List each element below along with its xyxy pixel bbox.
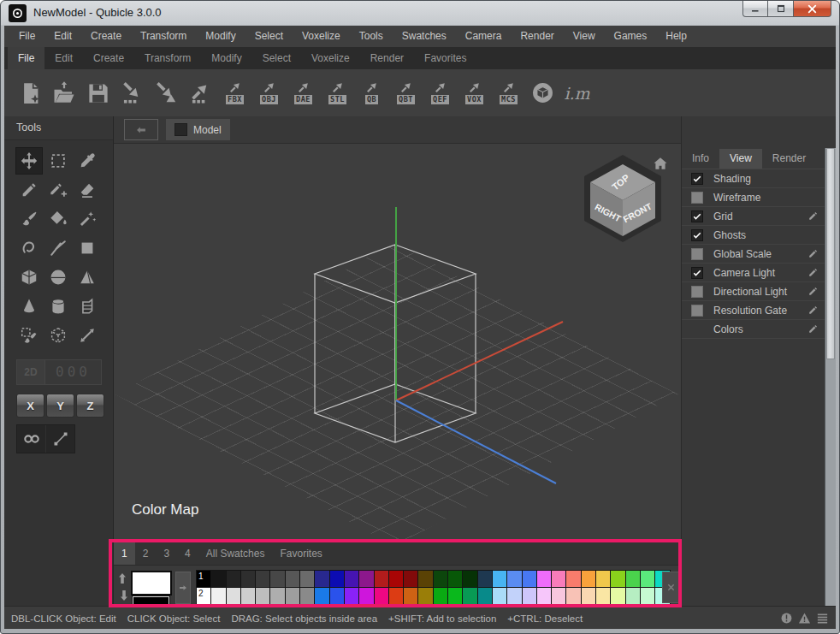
checkbox-camera-light[interactable] bbox=[691, 267, 703, 279]
swatch-r1-c21[interactable] bbox=[493, 571, 506, 587]
axis-x-button[interactable]: X bbox=[16, 394, 44, 418]
viewport-3d[interactable]: TOP RIGHT FRONT Color Map bbox=[114, 144, 681, 541]
swatch-r2-c12[interactable] bbox=[359, 588, 373, 604]
swatch-r1-c26[interactable] bbox=[566, 571, 580, 587]
swatch-r2-c3[interactable] bbox=[227, 588, 240, 604]
tab-render[interactable]: Render bbox=[762, 149, 816, 169]
edit-pencil-icon[interactable] bbox=[807, 305, 819, 316]
swatch-r1-c18[interactable] bbox=[448, 571, 462, 587]
swatch-r2-c8[interactable] bbox=[300, 588, 314, 604]
toolbar-export-qbt-button[interactable]: QBT bbox=[394, 81, 417, 104]
menu-render[interactable]: Render bbox=[511, 26, 563, 47]
tab-model[interactable]: Model bbox=[166, 119, 230, 140]
tool-sphere[interactable] bbox=[44, 264, 72, 291]
ribbon-tab-voxelize[interactable]: Voxelize bbox=[301, 47, 360, 69]
swatch-tab-4[interactable]: 4 bbox=[177, 542, 198, 565]
toolbar-export-stl-button[interactable]: STL bbox=[326, 81, 349, 104]
toolbar-export-button[interactable] bbox=[189, 81, 212, 104]
swatch-r2-c23[interactable] bbox=[523, 588, 536, 604]
maximize-button[interactable] bbox=[768, 1, 793, 17]
swatch-r1-c17[interactable] bbox=[434, 571, 447, 587]
toolbar-export-qef-button[interactable]: QEF bbox=[429, 81, 452, 104]
checkbox-wireframe[interactable] bbox=[691, 192, 703, 204]
swatch-r2-c25[interactable] bbox=[552, 588, 565, 604]
foreground-color[interactable] bbox=[131, 571, 172, 595]
swatch-r1-c2[interactable] bbox=[211, 571, 225, 587]
swatch-r2-c4[interactable] bbox=[241, 588, 255, 604]
swatch-r2-c7[interactable] bbox=[286, 588, 299, 604]
swatch-r2-c19[interactable] bbox=[463, 588, 476, 604]
mode-2d-control[interactable]: 2D 000 bbox=[16, 359, 102, 385]
swatch-r1-c20[interactable] bbox=[478, 571, 492, 587]
scrollbar-thumb[interactable] bbox=[826, 148, 835, 359]
close-button[interactable] bbox=[793, 1, 831, 17]
swatch-r2-c26[interactable] bbox=[566, 588, 580, 604]
tool-box[interactable] bbox=[15, 264, 43, 291]
tool-rectangle[interactable] bbox=[74, 234, 101, 262]
apply-color-button[interactable] bbox=[175, 572, 191, 604]
swatch-r2-c29[interactable] bbox=[611, 588, 624, 604]
tool-slice[interactable] bbox=[74, 293, 101, 320]
swatch-r2-c17[interactable] bbox=[434, 588, 447, 604]
swatch-tab-favorites[interactable]: Favorites bbox=[272, 542, 329, 565]
mode-2d-button[interactable]: 2D bbox=[17, 360, 45, 384]
tool-scale[interactable] bbox=[74, 322, 101, 349]
status-info-icon[interactable] bbox=[780, 612, 793, 625]
swatch-r1-c4[interactable] bbox=[241, 571, 255, 587]
toolbar-im-logo-button[interactable]: i.m bbox=[565, 80, 589, 106]
swatch-r2-c24[interactable] bbox=[537, 588, 551, 604]
swatch-r2-c5[interactable] bbox=[256, 588, 269, 604]
swatch-r2-c9[interactable] bbox=[315, 588, 328, 604]
swatch-r1-c1[interactable]: 1 bbox=[197, 571, 210, 587]
swatch-tab-2[interactable]: 2 bbox=[135, 542, 157, 565]
swatch-r2-c14[interactable] bbox=[389, 588, 403, 604]
toolbar-export-fbx-button[interactable]: FBX bbox=[223, 81, 246, 104]
toolbar-save-file-button[interactable] bbox=[86, 80, 109, 106]
toolbar-sketchfab-button[interactable] bbox=[531, 81, 554, 104]
menu-file[interactable]: File bbox=[9, 26, 44, 47]
ribbon-tab-select[interactable]: Select bbox=[252, 47, 301, 69]
toolbar-export-obj-button[interactable]: OBJ bbox=[257, 81, 281, 104]
menu-games[interactable]: Games bbox=[605, 26, 657, 47]
swatch-r2-c20[interactable] bbox=[478, 588, 492, 604]
color-well[interactable] bbox=[131, 571, 170, 605]
swatch-r1-c11[interactable] bbox=[345, 571, 358, 587]
swatch-r1-c22[interactable] bbox=[507, 571, 521, 587]
toolbar-import-mesh-button[interactable] bbox=[155, 81, 178, 104]
swatch-r1-c29[interactable] bbox=[611, 571, 624, 587]
axis-y-button[interactable]: Y bbox=[46, 394, 74, 418]
menu-tools[interactable]: Tools bbox=[350, 26, 393, 47]
tool-select-box[interactable] bbox=[44, 322, 72, 349]
ribbon-tab-modify[interactable]: Modify bbox=[201, 47, 251, 69]
back-button[interactable] bbox=[124, 119, 158, 140]
swatch-r2-c10[interactable] bbox=[330, 588, 344, 604]
ribbon-tab-edit[interactable]: Edit bbox=[44, 47, 83, 69]
tab-info[interactable]: Info bbox=[682, 149, 719, 169]
ribbon-tab-file[interactable]: File bbox=[8, 47, 44, 69]
swatch-r2-c15[interactable] bbox=[404, 588, 417, 604]
toolbar-export-qb-button[interactable]: QB bbox=[360, 81, 383, 104]
edit-pencil-icon[interactable] bbox=[807, 267, 819, 278]
tool-pyramid[interactable] bbox=[74, 264, 101, 291]
swatch-r1-c19[interactable] bbox=[463, 571, 476, 587]
swatch-r1-c28[interactable] bbox=[596, 571, 610, 587]
minimize-button[interactable] bbox=[742, 1, 768, 17]
swatch-r2-c16[interactable] bbox=[418, 588, 432, 604]
tool-eraser[interactable] bbox=[74, 176, 101, 204]
swatch-r2-c11[interactable] bbox=[345, 588, 358, 604]
edit-pencil-icon[interactable] bbox=[807, 323, 819, 335]
menu-swatches[interactable]: Swatches bbox=[393, 26, 456, 47]
edit-pencil-icon[interactable] bbox=[807, 248, 819, 259]
swatch-r1-c3[interactable] bbox=[227, 571, 240, 587]
checkbox-global-scale[interactable] bbox=[691, 248, 703, 260]
swatch-tab-1[interactable]: 1 bbox=[114, 542, 135, 565]
checkbox-grid[interactable] bbox=[691, 210, 703, 222]
swatch-r1-c6[interactable] bbox=[270, 571, 284, 587]
swatch-r2-c2[interactable] bbox=[211, 588, 225, 604]
swatch-r2-c13[interactable] bbox=[375, 588, 388, 604]
swatch-r1-c13[interactable] bbox=[375, 571, 388, 587]
checkbox-directional-light[interactable] bbox=[691, 286, 703, 298]
menu-select[interactable]: Select bbox=[245, 26, 293, 47]
tool-pencil[interactable] bbox=[15, 176, 43, 204]
toolbar-export-mcs-button[interactable]: MCS bbox=[497, 81, 520, 104]
